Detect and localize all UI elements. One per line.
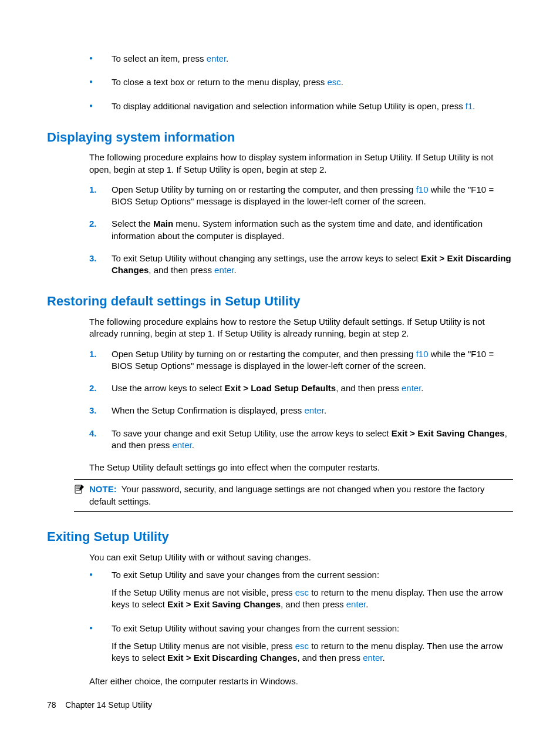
note-label: NOTE: (89, 484, 117, 494)
key-enter: enter (305, 405, 324, 415)
text: To exit Setup Utility without saving you… (112, 623, 399, 633)
step-item: To save your change and exit Setup Utili… (89, 428, 513, 452)
key-f10: f10 (416, 184, 429, 194)
intro-paragraph: The following procedure explains how to … (89, 316, 513, 340)
key-f1: f1 (465, 101, 473, 111)
key-enter: enter (346, 599, 366, 609)
text: , and then press (149, 265, 214, 275)
text: , and then press (336, 383, 402, 393)
text: . (366, 599, 368, 609)
key-enter: enter (214, 265, 234, 275)
text: To close a text box or return to the men… (112, 77, 327, 87)
text: When the Setup Confirmation is displayed… (112, 405, 305, 415)
key-enter: enter (402, 383, 421, 393)
text: . (421, 383, 423, 393)
step-item: To exit Setup Utility without changing a… (89, 253, 513, 277)
text: To display additional navigation and sel… (112, 101, 465, 111)
list-item: To exit Setup Utility without saving you… (89, 623, 513, 664)
text: , and then press (281, 599, 346, 609)
note-block: NOTE:Your password, security, and langua… (74, 479, 513, 512)
text: . (226, 53, 228, 63)
key-esc: esc (295, 587, 309, 597)
heading-restoring-default-settings: Restoring default settings in Setup Util… (47, 293, 513, 310)
text: To select an item, press (112, 53, 207, 63)
top-navigation-bullets: To select an item, press enter. To close… (89, 53, 513, 112)
text: If the Setup Utility menus are not visib… (112, 641, 295, 651)
text: To exit Setup Utility and save your chan… (112, 570, 379, 580)
after-paragraph: After either choice, the computer restar… (89, 676, 513, 687)
text: . (192, 440, 194, 450)
list-item: To select an item, press enter. (89, 53, 513, 65)
heading-exiting-setup-utility: Exiting Setup Utility (47, 528, 513, 546)
document-page: To select an item, press enter. To close… (0, 0, 560, 746)
text: Open Setup Utility by turning on or rest… (112, 184, 416, 194)
text: . (341, 77, 343, 87)
step-item: Open Setup Utility by turning on or rest… (89, 348, 513, 372)
heading-displaying-system-information: Displaying system information (47, 129, 513, 146)
key-esc: esc (295, 641, 309, 651)
bold-text: Exit > Load Setup Defaults (225, 383, 336, 393)
key-esc: esc (327, 77, 340, 87)
text: . (234, 265, 236, 275)
step-item: Open Setup Utility by turning on or rest… (89, 184, 513, 208)
text: , and then press (297, 653, 363, 663)
intro-paragraph: The following procedure explains how to … (89, 152, 513, 176)
text: Use the arrow keys to select (112, 383, 225, 393)
text: . (324, 405, 326, 415)
key-enter: enter (207, 53, 226, 63)
chapter-label: Chapter 14 Setup Utility (65, 700, 152, 710)
text: To save your change and exit Setup Utili… (112, 428, 392, 438)
after-paragraph: The Setup Utility default settings go in… (89, 462, 513, 473)
bold-text: Exit > Exit Saving Changes (167, 599, 281, 609)
step-item: Use the arrow keys to select Exit > Load… (89, 382, 513, 394)
text: If the Setup Utility menus are not visib… (112, 587, 295, 597)
steps-list: Open Setup Utility by turning on or rest… (89, 348, 513, 452)
page-footer: 78 Chapter 14 Setup Utility (47, 700, 152, 711)
list-item: To display additional navigation and sel… (89, 100, 513, 112)
intro-paragraph: You can exit Setup Utility with or witho… (89, 552, 513, 563)
key-enter: enter (363, 653, 382, 663)
step-item: Select the Main menu. System information… (89, 218, 513, 242)
bold-text: Exit > Exit Saving Changes (392, 428, 505, 438)
page-number: 78 (47, 700, 56, 710)
key-f10: f10 (416, 349, 429, 359)
note-icon (74, 485, 85, 497)
step-item: When the Setup Confirmation is displayed… (89, 405, 513, 416)
exit-bullets: To exit Setup Utility and save your chan… (89, 569, 513, 664)
key-enter: enter (172, 440, 191, 450)
text: . (383, 653, 385, 663)
bold-text: Exit > Exit Discarding Changes (167, 653, 297, 663)
text: Select the (112, 219, 153, 228)
list-item: To close a text box or return to the men… (89, 76, 513, 88)
text: Open Setup Utility by turning on or rest… (112, 349, 416, 359)
bold-text: Main (153, 219, 173, 228)
note-text: Your password, security, and language se… (89, 484, 484, 506)
text: To exit Setup Utility without changing a… (112, 253, 421, 263)
list-item: To exit Setup Utility and save your chan… (89, 569, 513, 611)
steps-list: Open Setup Utility by turning on or rest… (89, 184, 513, 277)
text: . (473, 101, 475, 111)
